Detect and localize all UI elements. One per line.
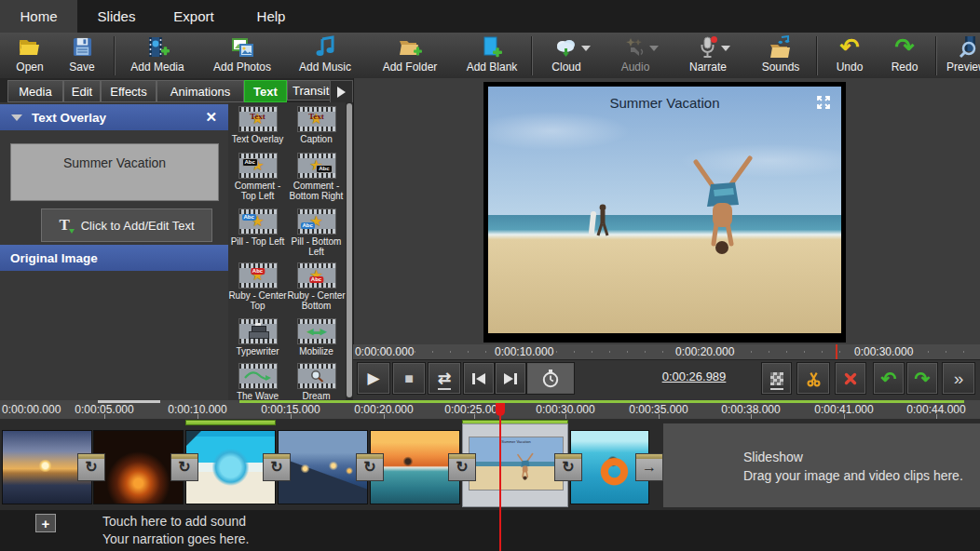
add-edit-text-button[interactable]: T Click to Add/Edit Text: [41, 208, 212, 242]
template-comment-bottom-right[interactable]: ★Abc Comment - Bottom Right: [287, 149, 346, 205]
text-preview-box[interactable]: Summer Vacation: [10, 143, 219, 201]
more-tools-button[interactable]: »: [942, 362, 975, 395]
sound-track[interactable]: + Touch here to add sound Your narration…: [0, 510, 980, 551]
typewriter-icon: [238, 318, 278, 344]
slideshow-drop-zone[interactable]: Slideshow Drag your image and video clip…: [663, 423, 980, 507]
add-sound-button[interactable]: +: [35, 514, 56, 532]
transition-button[interactable]: ↻: [356, 453, 384, 481]
close-icon[interactable]: ✕: [205, 109, 217, 126]
add-music-button[interactable]: Add Music: [294, 34, 356, 76]
redo-arrow-icon: ↷: [895, 34, 915, 60]
preview-duration-button[interactable]: [526, 362, 575, 395]
open-button[interactable]: Open: [6, 34, 54, 76]
magnifier-icon: [297, 363, 336, 389]
template-list-scrollbar[interactable]: [346, 102, 353, 400]
template-ruby-center-bottom[interactable]: ★Abc Ruby - Center Bottom: [287, 259, 346, 315]
end-transition-button[interactable]: →: [635, 453, 663, 481]
arrows-icon: ◀▬▶: [297, 318, 336, 344]
template-ruby-center-top[interactable]: ★Abc Ruby - Center Top: [228, 259, 287, 315]
cloud-button[interactable]: Cloud: [542, 34, 591, 76]
narration-track-hint: Your narration goes here.: [102, 531, 249, 546]
redo-button[interactable]: ↷ Redo: [883, 34, 926, 76]
film-star-icon: ★Abc: [297, 262, 336, 289]
template-mobilize[interactable]: ◀▬▶ Mobilize: [287, 315, 346, 359]
template-pill-top-left[interactable]: ★Abc Pill - Top Left: [228, 205, 287, 259]
preview-playhead[interactable]: [836, 344, 837, 359]
wave-arrow-icon: [238, 363, 278, 389]
open-folder-icon: [18, 34, 42, 60]
timeline-ruler[interactable]: 0:00:00.000 0:00:05.000 0:00:10.000 0:00…: [0, 400, 980, 419]
stop-button[interactable]: ■: [392, 362, 426, 395]
transition-button[interactable]: ↻: [448, 453, 476, 481]
toolbar-separator: [816, 36, 818, 75]
transition-button[interactable]: ↻: [170, 453, 198, 481]
narrate-button[interactable]: Narrate: [681, 34, 735, 76]
transition-button[interactable]: ↻: [77, 453, 105, 481]
timeline-playhead-handle[interactable]: [496, 403, 505, 416]
template-typewriter[interactable]: Typewriter: [228, 315, 287, 359]
tab-animations[interactable]: Animations: [157, 80, 244, 102]
text-overlay-header[interactable]: Text Overlay ✕: [0, 104, 228, 130]
template-dream[interactable]: Dream: [287, 359, 346, 400]
save-button[interactable]: Save: [60, 34, 104, 76]
original-image-header[interactable]: Original Image: [0, 245, 228, 271]
menu-help[interactable]: Help: [240, 0, 302, 33]
collapse-triangle-icon[interactable]: [11, 114, 22, 121]
rotate-left-button[interactable]: ↶: [873, 362, 905, 395]
preview-button[interactable]: Preview: [945, 34, 980, 76]
template-comment-top-left[interactable]: ★Abc Comment - Top Left: [228, 149, 287, 205]
text-tool-icon: T: [59, 216, 69, 235]
walking-surfer: [587, 200, 615, 241]
sounds-button[interactable]: Sounds: [755, 34, 807, 76]
photos-icon: [230, 34, 254, 60]
menu-home[interactable]: Home: [0, 0, 77, 33]
current-time-display[interactable]: 0:00:26.989: [651, 370, 737, 383]
skip-forward-button[interactable]: [495, 362, 526, 395]
tab-media[interactable]: Media: [7, 80, 63, 102]
undo-button[interactable]: ↶ Undo: [829, 34, 870, 76]
transparency-button[interactable]: [761, 362, 792, 395]
video-preview[interactable]: Summer Vacation: [488, 87, 841, 333]
microphone-icon: [697, 34, 719, 60]
selected-clip-thumbnail: Summer Vacation: [469, 437, 564, 491]
scrollbar-thumb[interactable]: [347, 103, 352, 397]
handstand-person: [512, 451, 537, 485]
menu-export[interactable]: Export: [157, 0, 231, 33]
tab-scroll-right-button[interactable]: [330, 80, 353, 103]
split-clip-button[interactable]: [796, 362, 830, 395]
template-text-overlay[interactable]: ★Text Text Overlay: [228, 102, 287, 149]
tab-transitions[interactable]: Transitions: [287, 80, 331, 101]
clip-handstand-beach-selected[interactable]: Summer Vacation: [462, 423, 568, 507]
add-folder-button[interactable]: Add Folder: [375, 34, 444, 76]
clip-pier-dusk[interactable]: [278, 430, 368, 504]
add-photos-button[interactable]: Add Photos: [207, 34, 278, 76]
tab-edit[interactable]: Edit: [63, 80, 101, 102]
delete-clip-button[interactable]: [835, 362, 866, 395]
transition-button[interactable]: ↻: [263, 453, 291, 481]
folder-plus-icon: [398, 34, 423, 60]
menu-slides[interactable]: Slides: [82, 0, 151, 33]
toolbar-separator: [531, 36, 533, 75]
film-text-icon: ★Text: [297, 106, 336, 132]
skip-back-icon: [472, 373, 485, 384]
template-the-wave[interactable]: The Wave: [228, 359, 287, 400]
fullscreen-expand-icon[interactable]: [815, 94, 832, 111]
slideshow-hint-title: Slideshow: [743, 450, 803, 464]
play-button[interactable]: ▶: [357, 362, 390, 395]
preview-film-icon: [958, 34, 980, 60]
film-text-icon: ★Text: [238, 106, 278, 132]
rotate-right-button[interactable]: ↷: [906, 362, 938, 395]
tab-effects[interactable]: Effects: [101, 80, 157, 102]
add-blank-button[interactable]: Add Blank: [462, 34, 522, 76]
loop-button[interactable]: ⇄: [428, 362, 461, 395]
audio-effects-icon: [623, 34, 647, 60]
skip-back-button[interactable]: [463, 362, 495, 395]
preview-time-ruler[interactable]: 0:00:00.000 0:00:10.000 0:00:20.000 0:00…: [353, 344, 980, 359]
transition-button[interactable]: ↻: [554, 453, 582, 481]
tab-text[interactable]: Text: [244, 80, 287, 102]
template-pill-bottom-left[interactable]: ★Abc Pill - Bottom Left: [287, 205, 346, 259]
blank-slide-plus-icon: [481, 34, 503, 60]
template-caption[interactable]: ★Text Caption: [287, 102, 346, 149]
add-media-button[interactable]: Add Media: [124, 34, 191, 76]
audio-button: Audio: [612, 34, 659, 76]
